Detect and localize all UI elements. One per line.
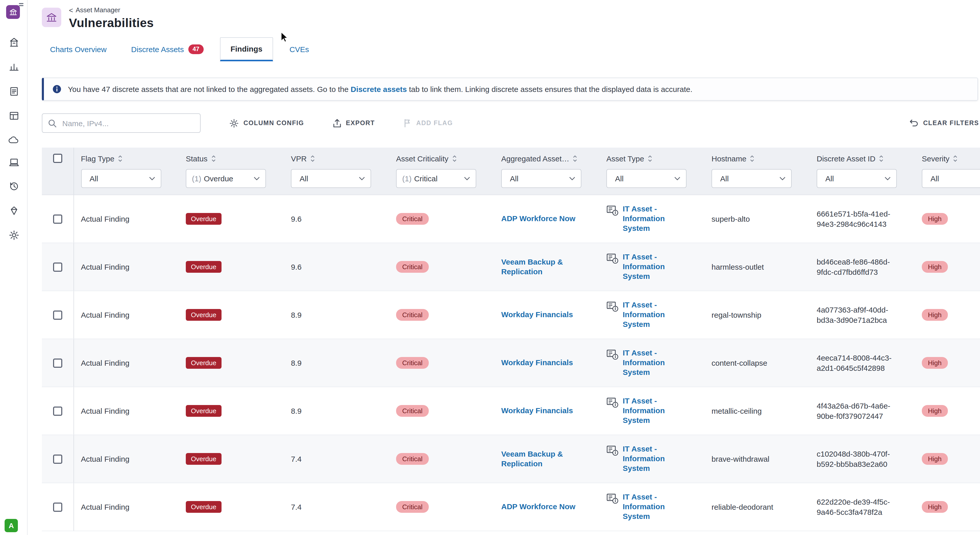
tab-findings[interactable]: Findings [220,37,273,61]
hostname: regal-township [711,311,761,319]
filter-asset-type[interactable]: All [606,169,687,188]
vpr-value: 9.6 [291,262,302,271]
app-logo[interactable] [6,5,20,19]
status-badge: Overdue [186,405,221,417]
aggregated-asset-link[interactable]: Workday Financials [501,310,573,320]
filter-vpr[interactable]: All [291,169,371,188]
column-header-hostname[interactable]: Hostname [704,154,810,163]
status-badge: Overdue [186,501,221,513]
search-input[interactable] [61,118,194,128]
devices-icon[interactable] [8,158,19,167]
filter-discrete-asset-id[interactable]: All [817,169,897,188]
asset-type-link[interactable]: IT Asset - Information System [623,252,673,281]
table-row: Actual Finding Overdue 7.4 Critical ADP … [42,483,980,531]
row-checkbox[interactable] [53,358,62,367]
sort-icon[interactable] [310,155,315,162]
select-all-checkbox[interactable] [53,154,62,163]
aggregated-asset-link[interactable]: Workday Financials [501,358,573,368]
sort-icon[interactable] [452,155,457,162]
severity-badge: High [922,309,948,321]
chevron-down-icon [885,177,891,180]
page-title: Vulnerabilities [69,16,154,30]
criticality-badge: Critical [396,405,428,417]
sort-icon[interactable] [211,155,216,162]
sidebar-collapse-icon[interactable] [19,3,24,6]
row-checkbox[interactable] [53,214,62,224]
discrete-asset-id: bd46cea8-fe86-486d-9fdc-cd7fbd6ffd73 [817,257,894,277]
toolbar: COLUMN CONFIG EXPORT ADD FLAG CLEAR FILT… [42,113,980,133]
export-button[interactable]: EXPORT [332,118,375,128]
it-asset-icon [606,206,619,216]
aggregated-asset-link[interactable]: Workday Financials [501,406,573,416]
flag-type: Actual Finding [81,455,129,463]
status-badge: Overdue [186,453,221,465]
vpr-value: 7.4 [291,455,302,463]
asset-type-link[interactable]: IT Asset - Information System [623,204,673,233]
chart-icon[interactable] [8,61,19,72]
column-header-status[interactable]: Status [179,154,284,163]
column-header-aggregated-asset[interactable]: Aggregated Asset… [494,154,599,163]
asset-type-link[interactable]: IT Asset - Information System [623,397,673,425]
column-header-asset-type[interactable]: Asset Type [599,154,704,163]
vpr-value: 7.4 [291,503,302,511]
row-checkbox[interactable] [53,454,62,463]
row-checkbox[interactable] [53,502,62,511]
asset-type-link[interactable]: IT Asset - Information System [623,445,673,473]
column-header-flag-type[interactable]: Flag Type [74,154,179,163]
sort-icon[interactable] [750,155,755,162]
criticality-badge: Critical [396,453,428,465]
sort-icon[interactable] [879,155,883,162]
column-header-discrete-asset-id[interactable]: Discrete Asset ID [810,154,915,163]
asset-manager-app-icon [42,8,61,27]
filter-status[interactable]: (1)Overdue [186,169,266,188]
column-header-vpr[interactable]: VPR [284,154,389,163]
tab-charts-overview[interactable]: Charts Overview [42,37,115,61]
back-chevron-icon: < [69,6,73,14]
back-link[interactable]: < Asset Manager [69,6,154,14]
filter-aggregated-asset[interactable]: All [501,169,581,188]
clear-filters-button[interactable]: CLEAR FILTERS [909,119,979,127]
row-checkbox[interactable] [53,262,62,271]
aggregated-asset-link[interactable]: ADP Workforce Now [501,214,576,224]
row-checkbox[interactable] [53,310,62,319]
discrete-asset-id: 622d220e-de39-4f5c-9a46-5cc3fa478f2a [817,497,894,517]
filter-asset-criticality[interactable]: (1)Critical [396,169,476,188]
asset-type-link[interactable]: IT Asset - Information System [623,493,673,521]
table-row: Actual Finding Overdue 9.6 Critical ADP … [42,195,980,243]
row-checkbox[interactable] [53,406,62,415]
launcher-avatar[interactable]: A [5,519,18,532]
aggregated-asset-link[interactable]: Veeam Backup & Replication [501,449,578,469]
filter-severity[interactable]: All [922,169,980,188]
status-badge: Overdue [186,261,221,273]
table-row: Actual Finding Overdue 8.9 Critical Work… [42,291,980,339]
aggregated-asset-link[interactable]: Veeam Backup & Replication [501,257,578,276]
settings-icon[interactable] [8,230,19,241]
inventory-icon[interactable] [8,110,19,121]
it-asset-icon [606,254,619,264]
it-asset-icon [606,493,619,505]
column-header-asset-criticality[interactable]: Asset Criticality [389,154,494,163]
column-header-severity[interactable]: Severity [915,154,980,163]
sort-icon[interactable] [648,155,652,162]
tab-discrete-assets[interactable]: Discrete Assets 47 [123,37,212,61]
asset-type-link[interactable]: IT Asset - Information System [623,348,673,377]
assets-icon[interactable] [8,37,19,48]
gem-icon[interactable] [8,205,19,216]
column-config-button[interactable]: COLUMN CONFIG [229,118,304,128]
page-header: < Asset Manager Vulnerabilities [42,6,980,30]
history-icon[interactable] [8,181,19,192]
banner-text: You have 47 discrete assets that are not… [68,85,692,93]
sort-icon[interactable] [573,155,578,162]
sort-icon[interactable] [953,155,958,162]
chevron-down-icon [359,177,365,180]
filter-hostname[interactable]: All [711,169,792,188]
asset-type-link[interactable]: IT Asset - Information System [623,300,673,329]
discrete-assets-link[interactable]: Discrete assets [351,85,407,93]
cloud-icon[interactable] [8,135,19,144]
report-icon[interactable] [8,86,19,97]
sort-icon[interactable] [118,155,123,162]
filter-flag-type[interactable]: All [81,169,161,188]
add-flag-button[interactable]: ADD FLAG [404,118,453,128]
chevron-down-icon [464,177,470,180]
aggregated-asset-link[interactable]: ADP Workforce Now [501,502,576,512]
